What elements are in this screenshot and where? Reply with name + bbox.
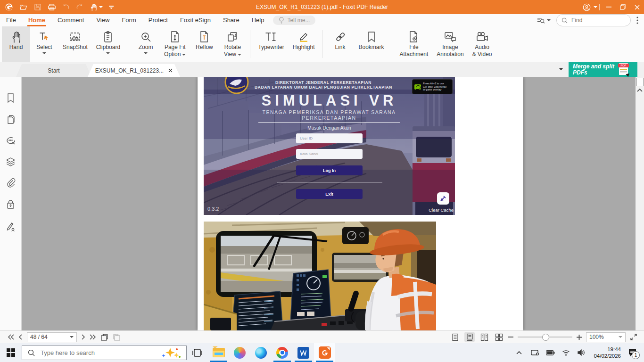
more-options-icon[interactable] <box>636 16 638 24</box>
restore-button[interactable] <box>616 0 630 14</box>
continuous-view-icon[interactable] <box>464 332 475 342</box>
volume-icon[interactable] <box>575 343 587 362</box>
account-caret-icon[interactable] <box>594 6 597 8</box>
taskbar-edge[interactable] <box>250 343 272 362</box>
taskbar-search-input[interactable] <box>40 349 181 357</box>
bookmarks-panel-icon[interactable] <box>6 93 15 103</box>
system-tray: 19:44 04/02/2026 1 <box>513 343 644 362</box>
tray-chevron-up-icon[interactable] <box>513 343 525 362</box>
comments-panel-icon[interactable] <box>6 136 16 146</box>
print-icon[interactable] <box>48 3 56 11</box>
taskbar-foxit[interactable] <box>314 343 335 362</box>
scrollbar-thumb[interactable] <box>636 78 644 86</box>
zoom-in-icon[interactable] <box>577 335 582 340</box>
select-caret-icon <box>42 52 46 54</box>
open-file-icon[interactable] <box>19 3 28 11</box>
page-fit-icon <box>169 30 181 44</box>
menu-view[interactable]: View <box>90 14 116 26</box>
menu-foxit-esign[interactable]: Foxit eSign <box>174 14 217 26</box>
battery-icon[interactable] <box>544 343 556 362</box>
menu-help[interactable]: Help <box>246 14 271 26</box>
hand-mode-icon[interactable] <box>90 3 103 11</box>
clipboard-button[interactable]: Clipboard <box>92 26 124 62</box>
menu-share[interactable]: Share <box>217 14 246 26</box>
menu-form[interactable]: Form <box>116 14 142 26</box>
next-page-icon[interactable] <box>81 334 85 340</box>
previous-page-icon[interactable] <box>18 334 23 340</box>
hand-button[interactable]: Hand <box>2 26 30 62</box>
account-icon[interactable] <box>579 0 594 14</box>
menu-home[interactable]: Home <box>22 14 51 26</box>
advanced-search-icon[interactable] <box>537 16 551 24</box>
action-center-button[interactable]: 1 <box>624 343 640 362</box>
main-area: DIREKTORAT JENDERAL PERKERETAAPIAN BADAN… <box>0 77 644 330</box>
clear-cache-icon <box>437 192 449 205</box>
select-button[interactable]: Select <box>30 26 58 62</box>
taskbar-chrome[interactable] <box>272 343 293 362</box>
menu-comment[interactable]: Comment <box>51 14 90 26</box>
tab-list-caret-icon[interactable] <box>559 68 563 70</box>
scroll-up-icon[interactable] <box>637 88 643 92</box>
snapshot-button[interactable]: SnapShot <box>58 26 92 62</box>
task-view-button[interactable] <box>187 343 208 362</box>
tab-start[interactable]: Start <box>16 64 91 77</box>
cast-display-icon[interactable] <box>528 343 541 362</box>
tab-document[interactable]: EXSUM_OK_R1_031223... <box>88 64 180 77</box>
find-box[interactable] <box>556 14 631 26</box>
taskbar-file-explorer[interactable] <box>208 343 229 362</box>
page-number-box[interactable]: 48 / 64 <box>27 332 77 342</box>
tab-close-icon[interactable] <box>168 68 173 73</box>
zoom-slider-thumb[interactable] <box>542 334 549 341</box>
attachments-panel-icon[interactable] <box>6 178 16 188</box>
reflow-icon <box>198 30 210 44</box>
taskbar-word[interactable] <box>293 343 314 362</box>
title-bar: EXSUM_OK_R1_031223 (1).pdf - Foxit PDF R… <box>0 0 644 14</box>
pages-panel-icon[interactable] <box>6 115 16 125</box>
taskbar-search-box[interactable] <box>22 346 187 360</box>
minimize-button[interactable] <box>602 0 616 14</box>
menu-protect[interactable]: Protect <box>142 14 174 26</box>
facing-view-icon[interactable] <box>479 332 489 342</box>
link-button[interactable]: Link <box>326 26 355 62</box>
page-fit-option-button[interactable]: Page Fit Option <box>160 26 190 62</box>
vr-login-caption: Masuk Dengan Akun <box>204 125 455 131</box>
wifi-icon[interactable] <box>560 343 572 362</box>
file-attachment-button[interactable]: File Attachment <box>396 26 433 62</box>
vertical-scrollbar[interactable] <box>636 77 644 330</box>
last-page-icon[interactable] <box>90 334 96 340</box>
zoom-button[interactable]: Zoom <box>132 26 160 62</box>
find-input[interactable] <box>570 16 615 24</box>
foxit-logo-icon <box>5 3 13 11</box>
rotate-view-button[interactable]: Rotate View <box>218 26 247 62</box>
fullscreen-icon[interactable] <box>630 333 637 341</box>
start-button[interactable] <box>0 343 22 362</box>
layers-panel-icon[interactable] <box>6 157 16 166</box>
merge-split-banner[interactable]: Merge and split PDFs PDF <box>569 62 637 77</box>
page-number-caret-icon <box>70 336 74 338</box>
bookmark-button[interactable]: Bookmark <box>355 26 388 62</box>
tell-me-box[interactable]: Tell me... <box>273 16 315 25</box>
single-page-view-icon[interactable] <box>450 332 460 342</box>
zoom-slider[interactable] <box>518 337 572 337</box>
redo-icon <box>76 4 83 10</box>
previous-view-icon[interactable] <box>100 334 108 341</box>
vr-cab-screenshot <box>204 222 436 330</box>
continuous-facing-view-icon[interactable] <box>494 332 504 342</box>
reflow-button[interactable]: Reflow <box>190 26 218 62</box>
taskbar-copilot[interactable] <box>229 343 250 362</box>
quick-access-toolbar <box>0 3 114 11</box>
zoom-out-icon[interactable] <box>508 337 513 338</box>
audio-video-button[interactable]: Audio & Video <box>468 26 496 62</box>
close-button[interactable] <box>630 0 644 14</box>
rotate-view-icon <box>226 30 239 44</box>
highlight-button[interactable]: Highlight <box>289 26 319 62</box>
taskbar-clock[interactable]: 19:44 04/02/2026 <box>591 346 621 359</box>
typewriter-button[interactable]: Typewriter <box>254 26 288 62</box>
first-page-icon[interactable] <box>8 334 14 340</box>
zoom-level-box[interactable]: 100% <box>586 332 626 342</box>
signature-panel-icon[interactable] <box>6 221 16 231</box>
security-panel-icon[interactable] <box>6 199 15 210</box>
menu-file[interactable]: File <box>0 14 22 26</box>
image-annotation-button[interactable]: Image Annotation <box>432 26 468 62</box>
customize-toolbar-icon[interactable] <box>109 6 114 9</box>
